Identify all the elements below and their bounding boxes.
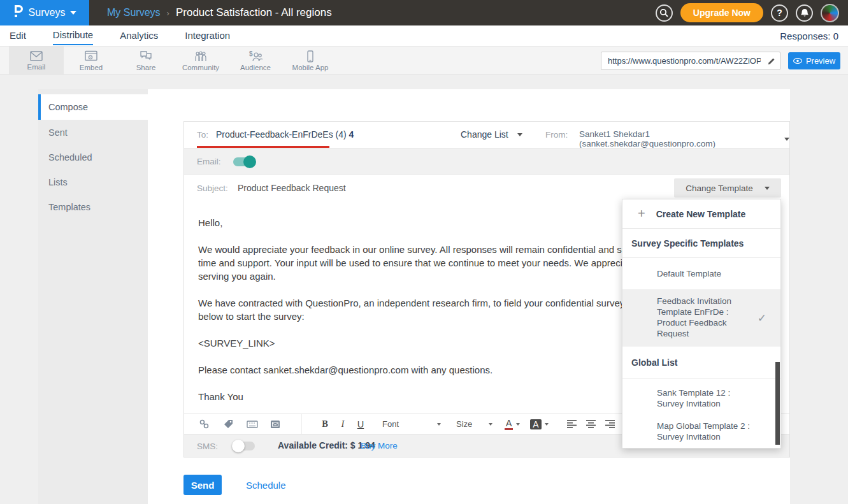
align-right-button[interactable] bbox=[601, 420, 620, 428]
help-button[interactable]: ? bbox=[771, 4, 788, 22]
tab-integration[interactable]: Integration bbox=[185, 27, 230, 45]
font-family-select[interactable]: Font bbox=[382, 419, 441, 429]
link-icon bbox=[199, 419, 210, 429]
survey-title: Product Satisfaction - All regions bbox=[176, 6, 332, 19]
align-left-button[interactable] bbox=[563, 420, 582, 428]
menu-item-test-global-test-g[interactable]: Test Global Test G : Test BAA G bbox=[622, 448, 780, 449]
buy-more-link[interactable]: Buy More bbox=[361, 441, 398, 450]
user-avatar[interactable] bbox=[821, 4, 839, 22]
distribution-channels: Email Embed Share Community $ Audience M… bbox=[0, 47, 848, 75]
audience-icon: $ bbox=[248, 50, 263, 62]
sidebar-item-lists[interactable]: Lists bbox=[38, 169, 148, 194]
channel-embed[interactable]: Embed bbox=[64, 47, 119, 75]
chevron-down-icon bbox=[765, 187, 770, 190]
survey-specific-templates-header: Survey Specific Templates bbox=[622, 229, 780, 258]
merge-tag-button[interactable] bbox=[219, 419, 238, 429]
community-icon bbox=[193, 50, 208, 62]
insert-link-button[interactable] bbox=[194, 419, 213, 429]
to-list-value[interactable]: Product-Feedback-EnFrDeEs (4) 4 bbox=[216, 129, 354, 140]
share-icon bbox=[139, 50, 153, 62]
menu-item-sank-template-12[interactable]: Sank Template 12 : Survey Invitation bbox=[622, 378, 780, 415]
topbar: Surveys My Surveys › Product Satisfactio… bbox=[0, 0, 848, 25]
sidebar-item-compose[interactable]: Compose bbox=[38, 94, 148, 120]
bold-button[interactable]: B bbox=[316, 419, 334, 429]
create-new-template-item[interactable]: + Create New Template bbox=[622, 199, 780, 229]
topbar-actions: Upgrade Now ? bbox=[656, 3, 848, 22]
change-template-dropdown[interactable]: Change Template bbox=[674, 178, 781, 198]
from-label: From: bbox=[545, 130, 568, 140]
subject-input[interactable]: Product Feedback Request bbox=[238, 183, 346, 193]
questionpro-app: Surveys My Surveys › Product Satisfactio… bbox=[0, 0, 848, 504]
questionpro-logo-icon bbox=[13, 4, 24, 21]
keyboard-button[interactable] bbox=[243, 421, 262, 428]
align-left-icon bbox=[567, 420, 577, 428]
survey-url-box bbox=[601, 52, 780, 70]
sidebar-item-scheduled[interactable]: Scheduled bbox=[38, 145, 148, 169]
tab-edit[interactable]: Edit bbox=[10, 27, 26, 45]
plus-icon: + bbox=[638, 206, 645, 221]
tab-analytics[interactable]: Analytics bbox=[120, 27, 158, 45]
recipients-row: To: Product-Feedback-EnFrDeEs (4) 4 Chan… bbox=[184, 122, 789, 148]
align-right-icon bbox=[605, 420, 615, 428]
menu-item-feedback-invitation-template[interactable]: Feedback Invitation Template EnFrDe : Pr… bbox=[622, 289, 780, 347]
text-color-button[interactable]: A bbox=[505, 418, 520, 430]
channel-share[interactable]: Share bbox=[119, 47, 173, 75]
chevron-down-icon bbox=[489, 423, 492, 426]
product-switcher[interactable]: Surveys bbox=[0, 0, 89, 25]
underline-button[interactable]: U bbox=[352, 419, 370, 429]
keyboard-icon bbox=[247, 421, 258, 428]
notifications-button[interactable] bbox=[796, 4, 813, 22]
check-icon: ✓ bbox=[758, 313, 766, 324]
breadcrumb-separator-icon: › bbox=[167, 8, 169, 18]
menu-item-default-template[interactable]: Default Template bbox=[622, 258, 780, 289]
breadcrumb-my-surveys[interactable]: My Surveys bbox=[107, 7, 161, 18]
channel-mobile-app[interactable]: Mobile App bbox=[283, 47, 338, 75]
menu-scrollbar[interactable] bbox=[775, 362, 780, 445]
svg-text:$: $ bbox=[249, 50, 253, 57]
mobile-icon bbox=[303, 50, 317, 62]
search-button[interactable] bbox=[656, 4, 673, 22]
sidebar-item-templates[interactable]: Templates bbox=[38, 194, 148, 219]
chevron-down-icon bbox=[517, 133, 522, 136]
template-menu: + Create New Template Survey Specific Te… bbox=[622, 199, 781, 449]
menu-item-map-global-template-2[interactable]: Map Global Template 2 : Survey Invitatio… bbox=[622, 415, 780, 448]
product-name: Surveys bbox=[29, 7, 66, 18]
survey-url-input[interactable] bbox=[601, 56, 763, 66]
channel-email[interactable]: Email bbox=[9, 47, 64, 75]
channel-community[interactable]: Community bbox=[173, 47, 228, 75]
font-size-select[interactable]: Size bbox=[456, 419, 492, 429]
question-mark-icon: ? bbox=[777, 8, 782, 18]
chevron-down-icon bbox=[784, 138, 789, 141]
email-toggle[interactable] bbox=[233, 157, 255, 166]
email-sidebar: Compose Sent Scheduled Lists Templates bbox=[38, 89, 148, 504]
background-color-button[interactable]: A bbox=[530, 419, 548, 429]
bell-icon bbox=[800, 8, 809, 18]
schedule-link[interactable]: Schedule bbox=[246, 480, 286, 491]
email-icon bbox=[29, 50, 43, 62]
chevron-down-icon bbox=[516, 423, 520, 426]
send-button[interactable]: Send bbox=[183, 475, 222, 495]
to-label: To: bbox=[197, 130, 208, 140]
chevron-down-icon bbox=[437, 423, 441, 426]
sms-toggle[interactable] bbox=[233, 442, 255, 450]
send-actions: Send Schedule bbox=[183, 475, 286, 495]
responses-count[interactable]: Responses: 0 bbox=[780, 31, 838, 41]
sidebar-item-sent[interactable]: Sent bbox=[38, 120, 148, 145]
email-preview-button[interactable] bbox=[266, 420, 285, 429]
sms-label: SMS: bbox=[197, 442, 218, 451]
mail-box-icon bbox=[270, 420, 280, 429]
italic-button[interactable]: I bbox=[334, 419, 352, 429]
email-label: Email: bbox=[197, 157, 221, 166]
edit-url-button[interactable] bbox=[763, 52, 780, 69]
subject-label: Subject: bbox=[197, 184, 228, 193]
channel-audience[interactable]: $ Audience bbox=[228, 47, 283, 75]
email-toggle-row: Email: bbox=[184, 148, 789, 174]
change-list-dropdown[interactable]: Change List bbox=[461, 129, 522, 140]
align-center-button[interactable] bbox=[582, 420, 601, 428]
global-list-header: Global List bbox=[622, 347, 780, 378]
recipient-count: 4 bbox=[349, 129, 354, 140]
upgrade-now-button[interactable]: Upgrade Now bbox=[680, 3, 763, 22]
preview-button[interactable]: Preview bbox=[788, 52, 840, 69]
from-sender-dropdown[interactable]: Sanket1 Shekdar1 (sanket.shekdar@questio… bbox=[579, 129, 789, 148]
tab-distribute[interactable]: Distribute bbox=[53, 26, 93, 45]
